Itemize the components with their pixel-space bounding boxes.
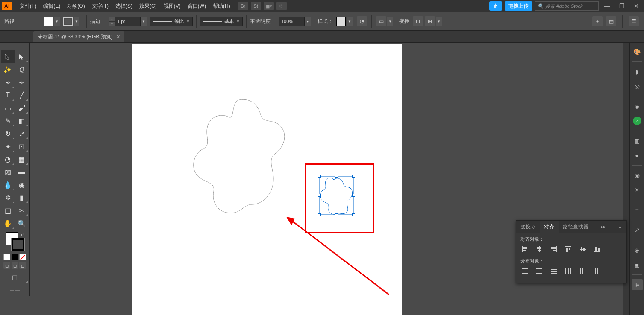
menu-file[interactable]: 文件(F) (16, 0, 40, 12)
distribute-top-icon[interactable] (520, 267, 529, 275)
shape-dropdown[interactable]: ▼ (436, 17, 442, 26)
perspective-grid-tool[interactable]: ▦ (15, 153, 29, 166)
distribute-bottom-icon[interactable] (550, 267, 558, 275)
color-mode-color[interactable] (3, 254, 10, 260)
asset-export-panel-icon[interactable]: 7 (632, 115, 643, 126)
gradient-tool[interactable]: ▬ (15, 166, 29, 178)
pen-tool[interactable]: ✒ (1, 76, 15, 89)
layers-panel-icon[interactable]: ◈ (632, 101, 643, 112)
shaper-tool[interactable]: ✎ (1, 114, 15, 127)
direct-selection-tool[interactable] (15, 50, 29, 63)
gradient-panel-icon[interactable]: ↗ (632, 225, 643, 236)
path-shape-small-selected[interactable] (319, 176, 354, 215)
menu-effect[interactable]: 效果(C) (136, 0, 160, 12)
paintbrush-tool[interactable]: 🖌 (15, 102, 29, 114)
menu-edit[interactable]: 编辑(E) (40, 0, 64, 12)
column-graph-tool[interactable]: ▮ (15, 191, 29, 204)
panel-menu-icon[interactable]: ☰ (629, 16, 639, 26)
variable-width-profile[interactable]: 等比▼ (150, 17, 193, 26)
stroke-color[interactable] (12, 238, 24, 251)
swatches-panel-icon[interactable]: ▦ (632, 135, 643, 146)
panel-collapse-icon[interactable]: ▸▸ (597, 224, 610, 230)
arrange-docs-icon[interactable]: ▦▾ (264, 2, 274, 10)
menu-help[interactable]: 帮助(H) (209, 0, 234, 12)
align-dropdown[interactable]: ▼ (387, 17, 393, 26)
stroke-weight-spinner[interactable]: ▲▼ (109, 17, 115, 26)
isolate-icon[interactable]: ⊡ (413, 16, 423, 26)
menu-window[interactable]: 窗口(W) (184, 0, 209, 12)
selection-handle[interactable] (318, 175, 321, 178)
align-bottom-icon[interactable] (593, 245, 602, 254)
toolbox-resize-grip[interactable] (1, 286, 29, 295)
align-top-icon[interactable] (564, 245, 573, 254)
artboard-tool[interactable]: ◫ (1, 204, 15, 217)
width-tool[interactable]: ✦ (1, 140, 15, 153)
screen-mode-button[interactable]: ◻ (1, 271, 29, 283)
curvature-tool[interactable]: ✒ (15, 76, 29, 89)
zoom-tool[interactable]: 🔍 (15, 217, 29, 230)
path-shape-large[interactable] (188, 96, 291, 219)
eyedropper-tool[interactable]: 💧 (1, 178, 15, 191)
rectangle-tool[interactable]: ▭ (1, 102, 15, 114)
tab-close-icon[interactable]: ✕ (116, 34, 120, 40)
mesh-tool[interactable]: ▨ (1, 166, 15, 178)
menu-view[interactable]: 视图(V) (160, 0, 184, 12)
color-mode-none[interactable] (19, 254, 26, 260)
fill-dropdown[interactable]: ▼ (54, 17, 60, 26)
selection-handle[interactable] (318, 194, 321, 197)
opacity-dropdown[interactable]: ▸ (305, 17, 311, 26)
document-tab[interactable]: 未标题-1* @ 33.33% (RGB/预览) ✕ (33, 31, 124, 42)
window-minimize-button[interactable]: — (601, 2, 613, 10)
cc-libraries-panel-icon[interactable]: ☀ (632, 184, 643, 195)
slice-tool[interactable]: ✂ (15, 204, 29, 217)
stock-search-input[interactable]: 🔍 搜索 Adobe Stock (535, 1, 599, 11)
shape-mode-icon[interactable]: ⊞ (425, 16, 435, 26)
menu-type[interactable]: 文字(T) (88, 0, 112, 12)
color-mode-gradient[interactable] (12, 254, 18, 260)
selection-handle[interactable] (352, 175, 355, 178)
cloud-sync-button[interactable]: ⋔ (489, 1, 502, 11)
scale-tool[interactable]: ⤢ (15, 127, 29, 140)
distribute-right-icon[interactable] (593, 267, 602, 275)
stroke-swatch[interactable] (63, 17, 73, 26)
opacity-input[interactable]: 100% (279, 17, 305, 26)
distribute-hcenter-icon[interactable] (579, 267, 587, 275)
blend-tool[interactable]: ◉ (15, 178, 29, 191)
draw-normal-icon[interactable]: ◻ (3, 262, 10, 269)
shape-builder-tool[interactable]: ◔ (1, 153, 15, 166)
stroke-weight-dropdown[interactable]: ▼ (141, 17, 147, 26)
tab-pathfinder[interactable]: 路径查找器 (559, 221, 593, 233)
draw-inside-icon[interactable]: ◻ (19, 262, 26, 269)
fill-stroke-swatches[interactable]: ⇄ (6, 232, 24, 251)
recolor-artwork-icon[interactable]: ◔ (357, 16, 367, 26)
preferences-icon[interactable]: ▤ (606, 16, 616, 26)
drag-upload-button[interactable]: 拖拽上传 (505, 1, 532, 11)
tab-align[interactable]: 对齐 (540, 221, 559, 233)
brushes-panel-icon[interactable]: ● (632, 150, 643, 161)
toolbox-grip[interactable] (1, 44, 29, 49)
align-panel-icon[interactable]: ⊫ (632, 279, 643, 290)
stroke-weight-input[interactable]: 1 pt (115, 17, 141, 26)
style-dropdown[interactable]: ▼ (347, 17, 353, 26)
symbols-panel-icon[interactable]: ◉ (632, 170, 643, 181)
free-transform-tool[interactable]: ⊡ (15, 140, 29, 153)
selection-tool[interactable] (1, 50, 15, 63)
rotate-tool[interactable]: ↻ (1, 127, 15, 140)
type-tool[interactable]: T (1, 89, 15, 102)
swap-fill-stroke-icon[interactable]: ⇄ (21, 232, 24, 237)
distribute-vcenter-icon[interactable] (535, 267, 544, 275)
symbol-sprayer-tool[interactable]: ✲ (1, 191, 15, 204)
graphic-styles-panel-icon[interactable]: ◎ (632, 81, 643, 92)
stock-icon[interactable]: St (251, 2, 261, 10)
menu-select[interactable]: 选择(S) (112, 0, 136, 12)
stroke-panel-icon[interactable]: ≡ (632, 204, 643, 216)
style-swatch[interactable] (336, 17, 346, 26)
align-right-icon[interactable] (550, 245, 558, 254)
align-hcenter-icon[interactable] (535, 245, 544, 254)
distribute-left-icon[interactable] (564, 267, 573, 275)
line-segment-tool[interactable]: ╱ (15, 89, 29, 102)
align-icon[interactable]: ▭ (376, 16, 386, 26)
tab-transform[interactable]: 变换 ◇ (516, 221, 540, 233)
bridge-icon[interactable]: Br (238, 2, 248, 10)
window-close-button[interactable]: ✕ (630, 2, 642, 10)
